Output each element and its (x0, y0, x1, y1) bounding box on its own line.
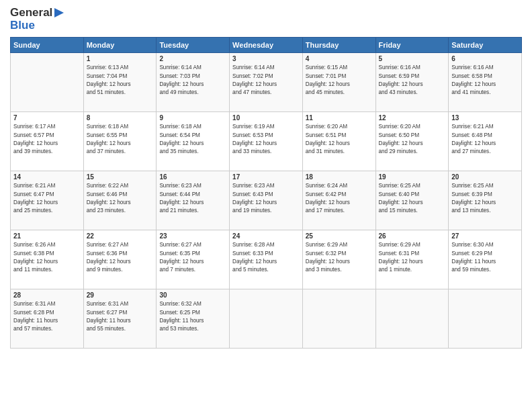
logo-brand: General Blue (10, 7, 65, 32)
calendar-cell: 30Sunrise: 6:32 AMSunset: 6:25 PMDayligh… (157, 289, 230, 349)
day-number: 26 (379, 232, 446, 240)
calendar-week-row: 1Sunrise: 6:13 AMSunset: 7:04 PMDaylight… (11, 53, 522, 112)
day-number: 6 (451, 55, 519, 62)
page: General Blue SundayMondayTuesdayWednesda… (0, 0, 532, 411)
day-info: Sunrise: 6:16 AMSunset: 6:58 PMDaylight:… (451, 64, 519, 97)
calendar-cell (230, 289, 303, 349)
calendar-table: SundayMondayTuesdayWednesdayThursdayFrid… (10, 37, 522, 349)
day-number: 17 (232, 173, 300, 181)
calendar-cell: 1Sunrise: 6:13 AMSunset: 7:04 PMDaylight… (83, 53, 157, 112)
day-number: 11 (306, 114, 373, 122)
svg-marker-0 (54, 8, 64, 17)
calendar-week-row: 28Sunrise: 6:31 AMSunset: 6:28 PMDayligh… (11, 289, 522, 349)
calendar-cell: 15Sunrise: 6:22 AMSunset: 6:46 PMDayligh… (83, 171, 157, 230)
calendar-cell: 9Sunrise: 6:18 AMSunset: 6:54 PMDaylight… (157, 112, 230, 171)
day-number: 12 (379, 114, 446, 122)
calendar-cell: 17Sunrise: 6:23 AMSunset: 6:43 PMDayligh… (230, 171, 303, 230)
day-number: 5 (379, 55, 446, 62)
day-of-week-header: Friday (375, 38, 449, 53)
logo-general-text: General (10, 7, 52, 19)
calendar-cell: 24Sunrise: 6:28 AMSunset: 6:33 PMDayligh… (230, 230, 303, 289)
calendar-cell: 6Sunrise: 6:16 AMSunset: 6:58 PMDaylight… (449, 53, 522, 112)
calendar-cell: 20Sunrise: 6:25 AMSunset: 6:39 PMDayligh… (449, 171, 522, 230)
day-info: Sunrise: 6:21 AMSunset: 6:47 PMDaylight:… (13, 182, 81, 215)
day-number: 24 (232, 232, 300, 240)
day-number: 29 (87, 291, 154, 299)
day-info: Sunrise: 6:20 AMSunset: 6:51 PMDaylight:… (306, 123, 373, 156)
calendar-cell: 18Sunrise: 6:24 AMSunset: 6:42 PMDayligh… (302, 171, 375, 230)
day-info: Sunrise: 6:31 AMSunset: 6:27 PMDaylight:… (87, 300, 154, 333)
day-info: Sunrise: 6:28 AMSunset: 6:33 PMDaylight:… (232, 241, 300, 274)
calendar-cell: 26Sunrise: 6:29 AMSunset: 6:31 PMDayligh… (375, 230, 449, 289)
calendar-cell: 3Sunrise: 6:14 AMSunset: 7:02 PMDaylight… (230, 53, 303, 112)
day-info: Sunrise: 6:14 AMSunset: 7:02 PMDaylight:… (232, 64, 300, 97)
calendar-cell (375, 289, 449, 349)
day-of-week-header: Wednesday (230, 38, 303, 53)
day-number: 21 (13, 232, 81, 240)
day-info: Sunrise: 6:19 AMSunset: 6:53 PMDaylight:… (232, 123, 300, 156)
calendar-cell: 27Sunrise: 6:30 AMSunset: 6:29 PMDayligh… (449, 230, 522, 289)
day-info: Sunrise: 6:13 AMSunset: 7:04 PMDaylight:… (87, 64, 154, 97)
calendar-cell: 2Sunrise: 6:14 AMSunset: 7:03 PMDaylight… (157, 53, 230, 112)
day-info: Sunrise: 6:16 AMSunset: 6:59 PMDaylight:… (379, 64, 446, 97)
logo-blue-text: Blue (10, 19, 35, 32)
calendar-cell: 29Sunrise: 6:31 AMSunset: 6:27 PMDayligh… (83, 289, 157, 349)
calendar-cell: 19Sunrise: 6:25 AMSunset: 6:40 PMDayligh… (375, 171, 449, 230)
day-number: 4 (306, 55, 373, 62)
day-info: Sunrise: 6:24 AMSunset: 6:42 PMDaylight:… (306, 182, 373, 215)
calendar-cell (11, 53, 84, 112)
day-number: 22 (87, 232, 154, 240)
day-info: Sunrise: 6:20 AMSunset: 6:50 PMDaylight:… (379, 123, 446, 156)
day-info: Sunrise: 6:25 AMSunset: 6:39 PMDaylight:… (451, 182, 519, 215)
day-info: Sunrise: 6:23 AMSunset: 6:44 PMDaylight:… (159, 182, 226, 215)
day-number: 28 (13, 291, 81, 299)
logo-arrow-icon (53, 7, 65, 19)
day-number: 3 (232, 55, 300, 62)
day-info: Sunrise: 6:26 AMSunset: 6:38 PMDaylight:… (13, 241, 81, 274)
day-info: Sunrise: 6:25 AMSunset: 6:40 PMDaylight:… (379, 182, 446, 215)
calendar-cell: 10Sunrise: 6:19 AMSunset: 6:53 PMDayligh… (230, 112, 303, 171)
day-info: Sunrise: 6:15 AMSunset: 7:01 PMDaylight:… (306, 64, 373, 97)
day-number: 19 (379, 173, 446, 181)
day-number: 14 (13, 173, 81, 181)
calendar-week-row: 21Sunrise: 6:26 AMSunset: 6:38 PMDayligh… (11, 230, 522, 289)
day-number: 18 (306, 173, 373, 181)
day-info: Sunrise: 6:21 AMSunset: 6:48 PMDaylight:… (451, 123, 519, 156)
day-number: 20 (451, 173, 519, 181)
calendar-cell: 12Sunrise: 6:20 AMSunset: 6:50 PMDayligh… (375, 112, 449, 171)
calendar-cell: 21Sunrise: 6:26 AMSunset: 6:38 PMDayligh… (11, 230, 84, 289)
day-info: Sunrise: 6:29 AMSunset: 6:31 PMDaylight:… (379, 241, 446, 274)
day-number: 13 (451, 114, 519, 122)
day-number: 23 (159, 232, 226, 240)
calendar-cell: 5Sunrise: 6:16 AMSunset: 6:59 PMDaylight… (375, 53, 449, 112)
day-number: 15 (87, 173, 154, 181)
day-number: 25 (306, 232, 373, 240)
calendar-cell: 23Sunrise: 6:27 AMSunset: 6:35 PMDayligh… (157, 230, 230, 289)
day-number: 9 (159, 114, 226, 122)
calendar-cell: 16Sunrise: 6:23 AMSunset: 6:44 PMDayligh… (157, 171, 230, 230)
calendar-cell: 13Sunrise: 6:21 AMSunset: 6:48 PMDayligh… (449, 112, 522, 171)
day-info: Sunrise: 6:31 AMSunset: 6:28 PMDaylight:… (13, 300, 81, 333)
day-info: Sunrise: 6:27 AMSunset: 6:36 PMDaylight:… (87, 241, 154, 274)
day-info: Sunrise: 6:30 AMSunset: 6:29 PMDaylight:… (451, 241, 519, 274)
day-info: Sunrise: 6:27 AMSunset: 6:35 PMDaylight:… (159, 241, 226, 274)
day-of-week-header: Thursday (302, 38, 375, 53)
day-info: Sunrise: 6:14 AMSunset: 7:03 PMDaylight:… (159, 64, 226, 97)
day-number: 10 (232, 114, 300, 122)
calendar-cell: 14Sunrise: 6:21 AMSunset: 6:47 PMDayligh… (11, 171, 84, 230)
day-info: Sunrise: 6:18 AMSunset: 6:55 PMDaylight:… (87, 123, 154, 156)
header: General Blue (10, 7, 522, 32)
day-number: 30 (159, 291, 226, 299)
calendar-cell: 8Sunrise: 6:18 AMSunset: 6:55 PMDaylight… (83, 112, 157, 171)
day-info: Sunrise: 6:18 AMSunset: 6:54 PMDaylight:… (159, 123, 226, 156)
day-of-week-header: Sunday (11, 38, 84, 53)
header-row: SundayMondayTuesdayWednesdayThursdayFrid… (11, 38, 522, 53)
calendar-cell: 4Sunrise: 6:15 AMSunset: 7:01 PMDaylight… (302, 53, 375, 112)
calendar-cell: 7Sunrise: 6:17 AMSunset: 6:57 PMDaylight… (11, 112, 84, 171)
day-number: 1 (87, 55, 154, 62)
day-number: 7 (13, 114, 81, 122)
calendar-cell (302, 289, 375, 349)
day-info: Sunrise: 6:32 AMSunset: 6:25 PMDaylight:… (159, 300, 226, 333)
day-number: 16 (159, 173, 226, 181)
calendar-cell: 25Sunrise: 6:29 AMSunset: 6:32 PMDayligh… (302, 230, 375, 289)
